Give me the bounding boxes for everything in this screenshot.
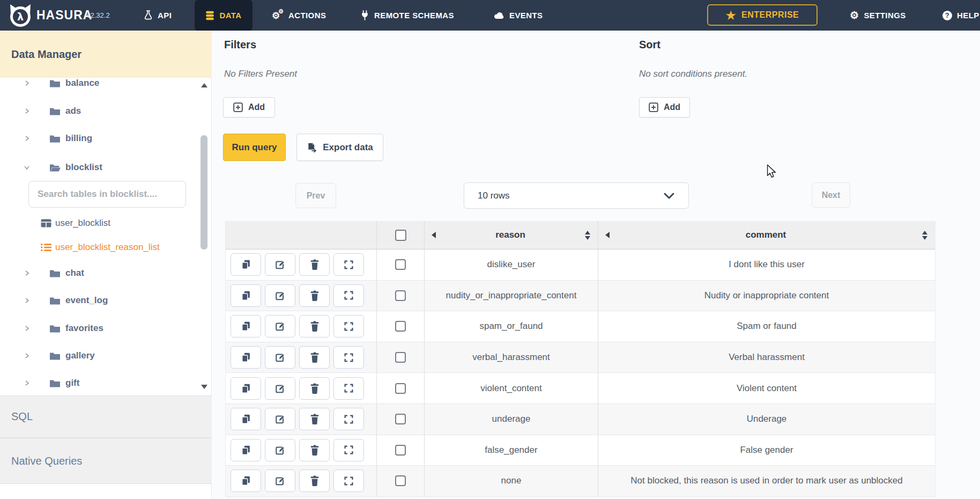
header-reason-cell[interactable]: reason <box>424 221 598 249</box>
delete-row-button[interactable] <box>299 439 330 461</box>
add-filter-button[interactable]: Add <box>223 97 275 118</box>
copy-icon <box>241 321 251 332</box>
folder-open-icon <box>49 163 61 172</box>
delete-row-button[interactable] <box>299 346 330 369</box>
row-checkbox[interactable] <box>395 290 406 301</box>
collapse-column-icon[interactable] <box>605 232 610 238</box>
collapse-column-icon[interactable] <box>432 232 436 238</box>
nav-item-api[interactable]: API <box>144 0 172 31</box>
sort-empty-text: No sort conditions present. <box>639 69 747 79</box>
expand-row-button[interactable] <box>333 346 364 369</box>
clone-row-button[interactable] <box>231 408 261 430</box>
delete-row-button[interactable] <box>299 469 330 492</box>
row-actions-cell <box>226 311 376 342</box>
brand-name[interactable]: HASURA <box>36 0 92 31</box>
hasura-logo-icon[interactable]: λ <box>8 4 33 27</box>
sidebar-folder-event-log[interactable]: event_log <box>0 293 193 308</box>
expand-icon <box>344 290 354 300</box>
clone-row-button[interactable] <box>231 253 261 276</box>
clone-row-button[interactable] <box>231 469 261 492</box>
sidebar-item-native-queries[interactable]: Native Queries <box>0 438 212 484</box>
edit-row-button[interactable] <box>265 315 295 337</box>
expand-icon <box>344 321 354 332</box>
prev-page-button[interactable]: Prev <box>295 183 336 208</box>
row-checkbox[interactable] <box>395 475 406 486</box>
comment-value: Verbal harassment <box>598 352 935 363</box>
expand-row-button[interactable] <box>333 377 364 400</box>
delete-row-button[interactable] <box>299 377 330 400</box>
chevron-down-icon <box>664 193 674 199</box>
copy-icon <box>241 475 251 486</box>
expand-row-button[interactable] <box>333 315 364 337</box>
row-reason-cell: verbal_harassment <box>424 342 598 373</box>
delete-row-button[interactable] <box>299 315 330 337</box>
sidebar-folder-favorites[interactable]: favorites <box>0 321 193 336</box>
expand-row-button[interactable] <box>333 469 364 492</box>
delete-row-button[interactable] <box>299 253 330 276</box>
clone-row-button[interactable] <box>231 284 261 307</box>
row-reason-cell: dislike_user <box>424 249 598 280</box>
nav-item-settings[interactable]: ⚙ SETTINGS <box>850 0 906 31</box>
sidebar-table-user-blocklist[interactable]: user_blocklist <box>0 216 193 230</box>
export-data-button[interactable]: Export data <box>296 134 383 161</box>
clone-row-button[interactable] <box>231 346 261 369</box>
delete-row-button[interactable] <box>299 284 330 307</box>
delete-row-button[interactable] <box>299 408 330 430</box>
search-tables-input[interactable] <box>28 181 186 208</box>
rows-per-page-select[interactable]: 10 rows <box>464 182 689 209</box>
sidebar-folder-billing[interactable]: billing <box>0 131 193 146</box>
expand-row-button[interactable] <box>333 284 364 307</box>
row-checkbox[interactable] <box>395 414 406 424</box>
table-row: nudity_or_inappropriate_content Nudity o… <box>226 281 935 312</box>
edit-row-button[interactable] <box>265 346 295 369</box>
sidebar-folder-chat[interactable]: chat <box>0 266 193 281</box>
add-sort-button[interactable]: Add <box>639 97 690 118</box>
sort-arrows-icon[interactable] <box>922 231 927 240</box>
sort-arrows-icon[interactable] <box>585 231 590 240</box>
top-nav: λ HASURA v2.32.2 API DATA ⚙ ⚙ ACTIONS <box>0 0 980 31</box>
next-page-button[interactable]: Next <box>812 182 850 208</box>
expand-row-button[interactable] <box>333 439 364 461</box>
nav-item-actions[interactable]: ⚙ ⚙ ACTIONS <box>272 0 326 31</box>
run-query-button[interactable]: Run query <box>223 134 286 161</box>
header-comment-cell[interactable]: comment <box>598 221 935 249</box>
scroll-up-icon[interactable] <box>201 83 207 87</box>
nav-item-events[interactable]: EVENTS <box>494 0 543 31</box>
edit-row-button[interactable] <box>265 284 295 307</box>
row-checkbox[interactable] <box>395 352 406 363</box>
row-checkbox[interactable] <box>395 445 406 456</box>
edit-row-button[interactable] <box>265 377 295 400</box>
sidebar-folder-balance[interactable]: balance <box>0 76 193 91</box>
nav-item-remote-schemas[interactable]: REMOTE SCHEMAS <box>360 0 454 31</box>
nav-item-help[interactable]: ? HELP <box>942 0 979 31</box>
scroll-down-icon[interactable] <box>201 385 207 389</box>
column-title[interactable]: reason <box>436 230 585 240</box>
folder-icon <box>49 324 61 333</box>
sidebar-scrollbar[interactable] <box>199 79 210 394</box>
column-title[interactable]: comment <box>610 230 922 240</box>
enterprise-button[interactable]: ★ ENTERPRISE <box>707 4 818 26</box>
reason-value: nudity_or_inappropriate_content <box>425 290 598 301</box>
clone-row-button[interactable] <box>231 315 261 337</box>
select-all-checkbox[interactable] <box>395 230 406 241</box>
sidebar-folder-gallery[interactable]: gallery <box>0 348 193 363</box>
edit-row-button[interactable] <box>265 439 295 461</box>
sidebar-folder-gift[interactable]: gift <box>0 376 193 391</box>
comment-value: False gender <box>598 445 935 456</box>
sidebar-folder-ads[interactable]: ads <box>0 104 193 119</box>
clone-row-button[interactable] <box>231 439 261 461</box>
row-checkbox[interactable] <box>395 259 406 270</box>
sidebar-item-sql[interactable]: SQL <box>0 395 212 438</box>
expand-row-button[interactable] <box>333 253 364 276</box>
row-checkbox[interactable] <box>395 321 406 332</box>
sidebar-folder-blocklist[interactable]: blocklist <box>0 160 193 175</box>
nav-item-data[interactable]: DATA <box>195 0 253 31</box>
scrollbar-thumb[interactable] <box>201 135 207 249</box>
sidebar-table-user-blocklist-reason-list[interactable]: user_blocklist_reason_list <box>0 240 204 254</box>
edit-row-button[interactable] <box>265 253 295 276</box>
expand-row-button[interactable] <box>333 408 364 430</box>
edit-row-button[interactable] <box>265 469 295 492</box>
edit-row-button[interactable] <box>265 408 295 430</box>
clone-row-button[interactable] <box>231 377 261 400</box>
row-checkbox[interactable] <box>395 383 406 394</box>
